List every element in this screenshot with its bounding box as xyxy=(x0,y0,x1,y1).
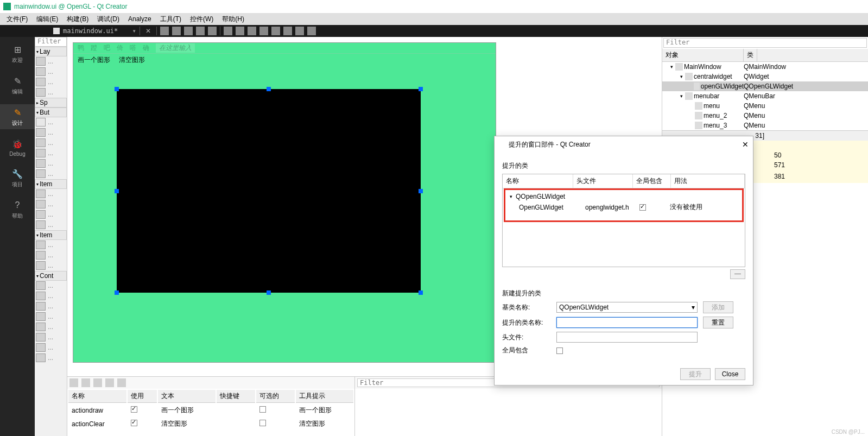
promoted-class-input[interactable] xyxy=(556,317,698,328)
global-include-checkbox[interactable] xyxy=(556,347,563,354)
frame-icon[interactable] xyxy=(36,333,46,342)
formlayout-icon[interactable] xyxy=(36,88,46,97)
config-action-icon[interactable] xyxy=(117,378,126,387)
tab-dropdown-icon[interactable]: ▼ xyxy=(132,29,136,34)
action-clear[interactable]: 清空图形 xyxy=(119,55,145,65)
toolbar-icon[interactable] xyxy=(160,27,169,35)
object-tree-row[interactable]: ▾MainWindowQMainWindow xyxy=(662,62,868,72)
listview-icon[interactable] xyxy=(36,189,46,198)
close-button[interactable]: Close xyxy=(715,368,745,380)
menu-build[interactable]: 构建(B) xyxy=(62,14,93,25)
object-tree-row[interactable]: ▾menubarQMenuBar xyxy=(662,91,868,101)
widgetbox-filter[interactable]: Filter xyxy=(35,37,67,47)
section-containers[interactable]: ▾Cont xyxy=(35,271,67,281)
used-checkbox[interactable] xyxy=(131,406,137,413)
hlayout-icon[interactable] xyxy=(36,67,46,76)
resize-handle[interactable] xyxy=(115,87,119,91)
tabwidget-icon[interactable] xyxy=(36,312,46,321)
layout-break-icon[interactable] xyxy=(295,27,304,35)
listwidget-icon[interactable] xyxy=(36,241,46,249)
adjust-size-icon[interactable] xyxy=(307,27,316,35)
global-include-checkbox[interactable] xyxy=(639,204,646,211)
menu-tools[interactable]: 工具(T) xyxy=(156,14,186,25)
section-spacers[interactable]: ▸Sp xyxy=(35,98,67,108)
mainwindow-preview[interactable]: 鸭 蹬 吧 倚 嗒 确 在这里输入 画一个图形 清空图形 xyxy=(73,42,496,363)
header-file-input[interactable] xyxy=(556,332,698,343)
section-buttons[interactable]: ▾But xyxy=(35,108,67,117)
treewidget-icon[interactable] xyxy=(36,251,46,260)
toolbar-icon[interactable] xyxy=(196,27,205,35)
resize-handle[interactable] xyxy=(419,189,423,193)
object-tree-row[interactable]: openGLWidgetQOpenGLWidget xyxy=(662,81,868,91)
resize-handle[interactable] xyxy=(115,189,119,193)
copy-action-icon[interactable] xyxy=(81,378,90,387)
reset-button[interactable]: 重置 xyxy=(703,317,733,328)
layout-h-icon[interactable] xyxy=(224,27,232,35)
layout-form-icon[interactable] xyxy=(283,27,292,35)
object-tree-row[interactable]: menu_2QMenu xyxy=(662,111,868,121)
close-tab-icon[interactable]: ✕ xyxy=(143,27,153,35)
col-shortcut[interactable]: 快捷键 xyxy=(217,390,255,403)
layout-vsplit-icon[interactable] xyxy=(259,27,268,35)
new-action-icon[interactable] xyxy=(69,378,78,387)
section-item2[interactable]: ▾Item xyxy=(35,230,67,240)
menu-edit[interactable]: 编辑(E) xyxy=(32,14,62,25)
radiobutton-icon[interactable] xyxy=(36,138,46,147)
tree-parent-row[interactable]: ▾ QOpenGLWidget xyxy=(506,192,742,201)
mdiarea-icon[interactable] xyxy=(36,353,46,362)
delete-action-icon[interactable] xyxy=(105,378,114,387)
base-class-select[interactable]: QOpenGLWidget▾ xyxy=(556,302,698,313)
col-checkable[interactable]: 可选的 xyxy=(256,390,295,403)
remove-button[interactable]: — xyxy=(730,269,745,279)
mode-edit[interactable]: ✎编辑 xyxy=(0,73,35,98)
resize-handle[interactable] xyxy=(267,87,271,91)
tree-child-row[interactable]: OpenGLWidget openglwidget.h 没有被使用 xyxy=(506,201,742,213)
close-icon[interactable]: ✕ xyxy=(742,140,749,149)
resize-handle[interactable] xyxy=(115,290,119,295)
opengl-widget[interactable] xyxy=(117,89,421,293)
pushbutton-icon[interactable] xyxy=(36,118,46,127)
col-used[interactable]: 使用 xyxy=(128,390,156,403)
mode-design[interactable]: ✎设计 xyxy=(0,104,35,129)
groupbox-icon[interactable] xyxy=(36,281,46,290)
object-tree-row[interactable]: menu_3QMenu xyxy=(662,121,868,130)
mode-welcome[interactable]: ⊞欢迎 xyxy=(0,41,35,66)
menu-widgets[interactable]: 控件(W) xyxy=(186,14,218,25)
menu-debug[interactable]: 调试(D) xyxy=(93,14,124,25)
stackedwidget-icon[interactable] xyxy=(36,323,46,331)
toolbar-icon[interactable] xyxy=(172,27,181,35)
object-tree-row[interactable]: menuQMenu xyxy=(662,101,868,111)
layout-grid-icon[interactable] xyxy=(271,27,280,35)
resize-handle[interactable] xyxy=(419,87,423,91)
checkable-checkbox[interactable] xyxy=(259,406,266,413)
col-name[interactable]: 名称 xyxy=(68,390,126,403)
tableview-icon[interactable] xyxy=(36,210,46,219)
resize-handle[interactable] xyxy=(419,290,423,295)
action-row[interactable]: actionClear 清空图形 清空图形 xyxy=(68,418,353,430)
mode-debug[interactable]: 🐞Debug xyxy=(0,136,35,159)
col-tooltip[interactable]: 工具提示 xyxy=(296,390,353,403)
menu-file[interactable]: 文件(F) xyxy=(2,14,32,25)
mode-projects[interactable]: 🔧项目 xyxy=(0,166,35,191)
layout-v-icon[interactable] xyxy=(236,27,244,35)
checkbox-icon[interactable] xyxy=(36,149,46,157)
resize-handle[interactable] xyxy=(267,290,271,295)
section-item[interactable]: ▾Item xyxy=(35,179,67,189)
section-layouts[interactable]: ▾Lay xyxy=(35,47,67,56)
columnview-icon[interactable] xyxy=(36,220,46,229)
toolbox-icon[interactable] xyxy=(36,302,46,311)
checkable-checkbox[interactable] xyxy=(259,420,266,426)
scrollarea-icon[interactable] xyxy=(36,292,46,300)
paste-action-icon[interactable] xyxy=(93,378,102,387)
editor-tab[interactable]: mainwindow.ui* xyxy=(49,26,129,36)
mode-help[interactable]: ?帮助 xyxy=(0,197,35,222)
commandlink-icon[interactable] xyxy=(36,159,46,168)
object-tree-row[interactable]: ▾centralwidgetQWidget xyxy=(662,72,868,81)
menu-help[interactable]: 帮助(H) xyxy=(218,14,249,25)
tablewidget-icon[interactable] xyxy=(36,261,46,270)
used-checkbox[interactable] xyxy=(131,420,137,426)
dialogbuttonbox-icon[interactable] xyxy=(36,169,46,178)
dialog-titlebar[interactable]: 提升的窗口部件 - Qt Creator ✕ xyxy=(495,136,753,153)
menu-analyze[interactable]: Analyze xyxy=(124,14,156,24)
layout-hsplit-icon[interactable] xyxy=(248,27,256,35)
